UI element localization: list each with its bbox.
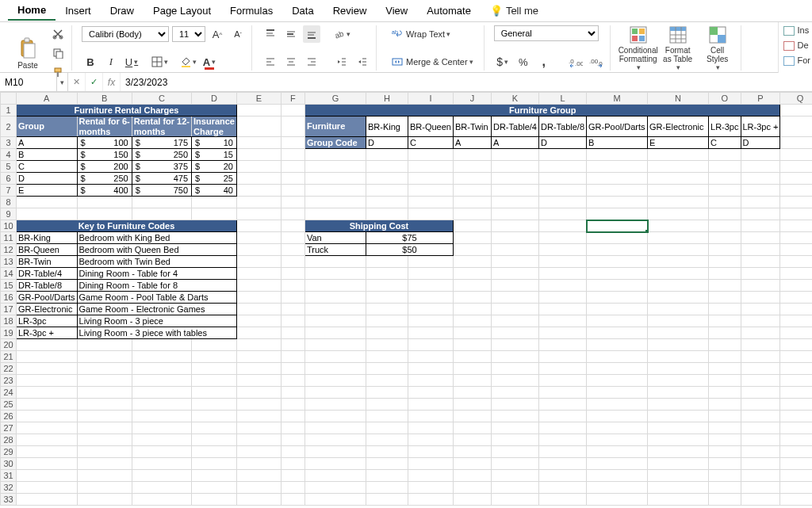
cell-G9[interactable] bbox=[304, 208, 366, 220]
cell-M12[interactable] bbox=[587, 244, 648, 256]
delete-cut[interactable]: De bbox=[783, 40, 811, 51]
cell-K19[interactable] bbox=[491, 327, 538, 339]
cell-H11[interactable]: $75 bbox=[366, 232, 453, 244]
cell-D33[interactable] bbox=[192, 494, 237, 506]
cell-I22[interactable] bbox=[408, 363, 453, 375]
cell-G18[interactable] bbox=[304, 315, 366, 327]
cell-H28[interactable] bbox=[366, 434, 408, 446]
cell-B8[interactable] bbox=[77, 197, 132, 208]
cell-C29[interactable] bbox=[132, 446, 191, 458]
cell-L11[interactable] bbox=[539, 232, 587, 244]
cell-G1[interactable]: Furniture Group bbox=[304, 105, 779, 116]
cell-M10[interactable] bbox=[587, 220, 648, 232]
cell-Q23[interactable] bbox=[780, 375, 812, 387]
cell-G26[interactable] bbox=[304, 411, 366, 422]
row-header-25[interactable]: 25 bbox=[1, 399, 17, 411]
cell-C6[interactable]: 475 bbox=[132, 173, 191, 185]
format-as-table-button[interactable]: Format as Table bbox=[660, 25, 696, 71]
cell-M6[interactable] bbox=[587, 173, 648, 185]
fill-color-button[interactable] bbox=[179, 53, 197, 71]
cell-C24[interactable] bbox=[132, 387, 191, 399]
cell-D25[interactable] bbox=[192, 399, 237, 411]
align-middle-button[interactable] bbox=[282, 25, 300, 43]
cell-P9[interactable] bbox=[741, 208, 780, 220]
cell-L30[interactable] bbox=[539, 458, 587, 470]
cell-A29[interactable] bbox=[17, 446, 78, 458]
row-header-30[interactable]: 30 bbox=[1, 458, 17, 470]
cell-M7[interactable] bbox=[587, 185, 648, 197]
cell-H27[interactable] bbox=[366, 422, 408, 434]
cell-O12[interactable] bbox=[709, 244, 741, 256]
cell-H20[interactable] bbox=[366, 339, 408, 351]
cell-I29[interactable] bbox=[408, 446, 453, 458]
increase-decimal-button[interactable]: .0.00 bbox=[567, 53, 584, 71]
cell-I27[interactable] bbox=[408, 422, 453, 434]
cell-K27[interactable] bbox=[491, 422, 538, 434]
col-header-A[interactable]: A bbox=[17, 93, 78, 105]
cell-F23[interactable] bbox=[281, 375, 304, 387]
cell-B9[interactable] bbox=[77, 208, 132, 220]
cell-K15[interactable] bbox=[491, 280, 538, 292]
cell-N5[interactable] bbox=[648, 161, 709, 173]
cell-B3[interactable]: 100 bbox=[77, 137, 132, 149]
cell-A28[interactable] bbox=[17, 434, 78, 446]
row-header-26[interactable]: 26 bbox=[1, 411, 17, 422]
comma-button[interactable]: , bbox=[535, 53, 553, 71]
cell-E8[interactable] bbox=[236, 197, 281, 208]
col-header-B[interactable]: B bbox=[77, 93, 132, 105]
cell-H33[interactable] bbox=[366, 494, 408, 506]
cell-G32[interactable] bbox=[304, 482, 366, 494]
cell-I8[interactable] bbox=[408, 197, 453, 208]
cell-K23[interactable] bbox=[491, 375, 538, 387]
cell-N22[interactable] bbox=[648, 363, 709, 375]
cell-I7[interactable] bbox=[408, 185, 453, 197]
col-header-H[interactable]: H bbox=[366, 93, 408, 105]
conditional-formatting-button[interactable]: Conditional Formatting bbox=[620, 25, 657, 71]
align-left-button[interactable] bbox=[262, 53, 279, 71]
number-format-select[interactable]: General bbox=[494, 25, 599, 41]
cell-Q31[interactable] bbox=[780, 470, 812, 482]
cell-O13[interactable] bbox=[709, 256, 741, 268]
cell-H7[interactable] bbox=[366, 185, 408, 197]
cell-E13[interactable] bbox=[236, 256, 281, 268]
cell-F15[interactable] bbox=[281, 280, 304, 292]
cell-F24[interactable] bbox=[281, 387, 304, 399]
cell-L4[interactable] bbox=[539, 149, 587, 161]
cell-H21[interactable] bbox=[366, 351, 408, 363]
cell-L29[interactable] bbox=[539, 446, 587, 458]
cell-I18[interactable] bbox=[408, 315, 453, 327]
cell-F33[interactable] bbox=[281, 494, 304, 506]
cell-B14[interactable]: Dining Room - Table for 4 bbox=[77, 268, 236, 280]
cell-K25[interactable] bbox=[491, 399, 538, 411]
row-header-1[interactable]: 1 bbox=[1, 105, 17, 116]
cell-Q26[interactable] bbox=[780, 411, 812, 422]
row-header-14[interactable]: 14 bbox=[1, 268, 17, 280]
cell-I26[interactable] bbox=[408, 411, 453, 422]
cell-O19[interactable] bbox=[709, 327, 741, 339]
enter-formula-button[interactable]: ✓ bbox=[86, 73, 103, 91]
cell-H19[interactable] bbox=[366, 327, 408, 339]
cell-J9[interactable] bbox=[453, 208, 491, 220]
cell-P32[interactable] bbox=[741, 482, 780, 494]
cell-N31[interactable] bbox=[648, 470, 709, 482]
cell-B21[interactable] bbox=[77, 351, 132, 363]
cell-L8[interactable] bbox=[539, 197, 587, 208]
borders-button[interactable] bbox=[151, 53, 169, 71]
cell-M3[interactable]: B bbox=[587, 137, 648, 149]
cell-M15[interactable] bbox=[587, 280, 648, 292]
cell-K24[interactable] bbox=[491, 387, 538, 399]
cell-E25[interactable] bbox=[236, 399, 281, 411]
cell-K11[interactable] bbox=[491, 232, 538, 244]
cell-D6[interactable]: 25 bbox=[192, 173, 237, 185]
cell-M31[interactable] bbox=[587, 470, 648, 482]
cell-G13[interactable] bbox=[304, 256, 366, 268]
cell-G14[interactable] bbox=[304, 268, 366, 280]
cell-E33[interactable] bbox=[236, 494, 281, 506]
cell-N30[interactable] bbox=[648, 458, 709, 470]
cell-K30[interactable] bbox=[491, 458, 538, 470]
cell-B24[interactable] bbox=[77, 387, 132, 399]
cell-J30[interactable] bbox=[453, 458, 491, 470]
cell-C21[interactable] bbox=[132, 351, 191, 363]
cell-C2[interactable]: Rental for 12-months bbox=[132, 116, 191, 137]
tab-insert[interactable]: Insert bbox=[56, 2, 101, 20]
